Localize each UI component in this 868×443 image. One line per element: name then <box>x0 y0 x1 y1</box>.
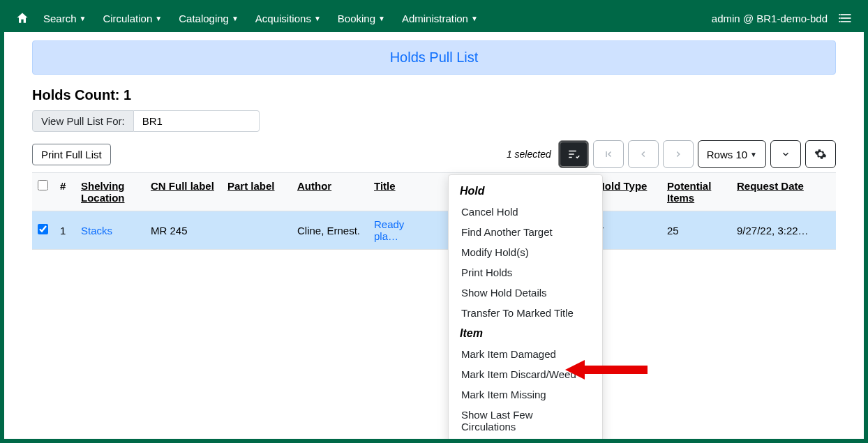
action-print-holds[interactable]: Print Holds <box>449 262 602 283</box>
table-row[interactable]: 1 Stacks MR 245 Cline, Ernest. Ready pla… <box>32 211 836 250</box>
page-next-button[interactable] <box>663 140 694 168</box>
col-cn[interactable]: CN Full label <box>145 173 222 211</box>
caret-down-icon: ▼ <box>232 15 239 22</box>
page-first-button[interactable] <box>593 140 624 168</box>
svg-rect-2 <box>841 21 851 22</box>
nav-administration[interactable]: Administration▼ <box>402 13 478 24</box>
col-author[interactable]: Author <box>292 173 368 211</box>
cell-num: 1 <box>54 211 75 250</box>
cell-shelving[interactable]: Stacks <box>75 211 145 250</box>
svg-rect-0 <box>841 14 851 15</box>
expand-button[interactable] <box>770 140 801 168</box>
svg-point-4 <box>839 17 840 19</box>
action-mark-item-missing[interactable]: Mark Item Missing <box>449 384 602 405</box>
nav-circulation[interactable]: Circulation▼ <box>103 13 162 24</box>
select-all-checkbox[interactable] <box>38 180 48 190</box>
rows-per-page-select[interactable]: Rows 10▼ <box>698 140 766 168</box>
col-part[interactable]: Part label <box>222 173 292 211</box>
svg-point-5 <box>839 21 840 22</box>
row-checkbox[interactable] <box>38 224 48 234</box>
col-shelving[interactable]: Shelving Location <box>75 173 145 211</box>
nav-booking[interactable]: Booking▼ <box>338 13 385 24</box>
filter-label: View Pull List For: <box>32 110 134 132</box>
actions-dropdown: Hold Cancel Hold Find Another Target Mod… <box>448 174 603 439</box>
cell-author: Cline, Ernest. <box>292 211 368 250</box>
col-reqdate[interactable]: Request Date <box>731 173 836 211</box>
nav-acquisitions[interactable]: Acquisitions▼ <box>255 13 321 24</box>
holds-table: # Shelving Location CN Full label Part l… <box>32 172 836 250</box>
svg-point-3 <box>839 14 840 15</box>
actions-menu-button[interactable] <box>558 140 589 168</box>
caret-down-icon: ▼ <box>314 15 321 22</box>
nav-search[interactable]: Search▼ <box>43 13 86 24</box>
user-label[interactable]: admin @ BR1-demo-bdd <box>712 13 828 24</box>
action-show-last-few-circulations[interactable]: Show Last Few Circulations <box>449 405 602 437</box>
nav-cataloging[interactable]: Cataloging▼ <box>179 13 239 24</box>
cell-title[interactable]: Ready pla… <box>368 211 417 250</box>
col-title[interactable]: Title <box>368 173 417 211</box>
settings-button[interactable] <box>805 140 836 168</box>
col-num[interactable]: # <box>54 173 75 211</box>
selected-count: 1 selected <box>507 149 551 160</box>
menu-icon[interactable] <box>839 11 853 25</box>
cell-part <box>222 211 292 250</box>
dropdown-header-hold: Hold <box>449 181 602 202</box>
page-prev-button[interactable] <box>628 140 659 168</box>
action-modify-holds[interactable]: Modify Hold(s) <box>449 242 602 262</box>
home-icon[interactable] <box>15 11 29 25</box>
caret-down-icon: ▼ <box>80 15 87 22</box>
svg-rect-8 <box>569 157 572 158</box>
action-show-hold-details[interactable]: Show Hold Details <box>449 283 602 303</box>
svg-rect-6 <box>569 151 576 152</box>
annotation-arrow <box>564 357 648 382</box>
action-transfer-to-marked-title[interactable]: Transfer To Marked Title <box>449 303 602 323</box>
col-potential[interactable]: Potential Items <box>661 173 731 211</box>
cell-reqdate: 9/27/22, 3:22… <box>731 211 836 250</box>
svg-rect-7 <box>569 153 574 155</box>
caret-down-icon: ▼ <box>155 15 162 22</box>
cell-cn: MR 245 <box>145 211 222 250</box>
holds-count: Holds Count: 1 <box>32 87 836 103</box>
svg-rect-1 <box>841 17 851 19</box>
org-unit-input[interactable] <box>134 110 260 132</box>
top-navbar: Search▼ Circulation▼ Cataloging▼ Acquisi… <box>4 4 864 32</box>
print-full-list-button[interactable]: Print Full List <box>32 144 111 165</box>
caret-down-icon: ▼ <box>471 15 478 22</box>
cell-potential: 25 <box>661 211 731 250</box>
caret-down-icon: ▼ <box>378 15 385 22</box>
page-title: Holds Pull List <box>32 40 836 75</box>
action-cancel-hold[interactable]: Cancel Hold <box>449 202 602 222</box>
action-find-another-target[interactable]: Find Another Target <box>449 222 602 242</box>
dropdown-header-item: Item <box>449 323 602 344</box>
